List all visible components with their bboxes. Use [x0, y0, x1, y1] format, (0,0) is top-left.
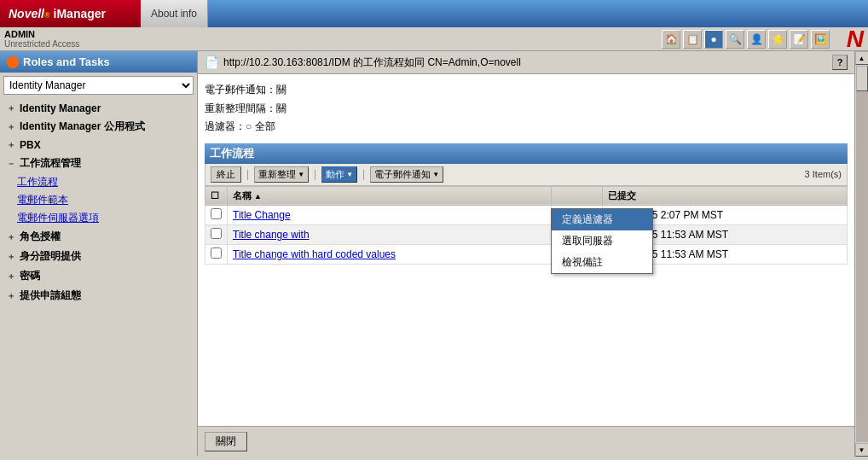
- item-count: 3 Item(s): [805, 169, 842, 179]
- admin-access: Unrestricted Access: [4, 39, 79, 49]
- row-name[interactable]: Title Change: [228, 205, 552, 224]
- row-checkbox[interactable]: [205, 205, 228, 224]
- email-notify-button[interactable]: 電子郵件通知 ▼: [370, 166, 443, 183]
- page-url-title: http://10.2.30.163:8081/IDM 的工作流程如同 CN=A…: [223, 55, 521, 70]
- toolbar-tasks[interactable]: 📋: [683, 30, 702, 49]
- separator-1: |: [246, 168, 249, 180]
- expand-icon: ＋: [7, 121, 15, 133]
- table-row: Title change with admin 8/17/05 11:53 AM…: [205, 224, 848, 244]
- expand-icon: ＋: [7, 251, 15, 263]
- roles-icon: [7, 56, 19, 68]
- workflow-toolbar: 終止 | 重新整理 ▼ | 動作 ▼ | 電子郵件通知: [205, 164, 848, 186]
- expand-icon: ＋: [7, 290, 15, 302]
- novell-n-logo: N: [847, 26, 864, 53]
- sidebar-subitem-workflow[interactable]: 工作流程: [0, 173, 197, 191]
- table-row: Title change with hard coded values admi…: [205, 244, 848, 264]
- separator-2: |: [314, 168, 316, 180]
- roles-tasks-label: Roles and Tasks: [23, 55, 110, 68]
- page-doc-icon: 📄: [205, 55, 219, 69]
- scroll-down-button[interactable]: ▼: [855, 443, 869, 457]
- row-checkbox[interactable]: [205, 244, 228, 264]
- sidebar-item-submit-group[interactable]: ＋ 提供申請組態: [0, 286, 197, 306]
- menu-item-filter[interactable]: 定義過濾器: [552, 209, 652, 230]
- email-notify-label: 電子郵件通知: [374, 168, 431, 181]
- expand-icon: －: [7, 158, 15, 170]
- help-button[interactable]: ?: [832, 55, 848, 70]
- sidebar-item-label: Identity Manager: [20, 102, 101, 114]
- toolbar-image[interactable]: 🖼️: [811, 30, 830, 49]
- col-name: 名稱 ▲: [228, 186, 552, 205]
- toolbar-search[interactable]: 🔍: [726, 30, 744, 49]
- sidebar-item-label: PBX: [20, 139, 41, 151]
- workflow-title: 工作流程: [210, 147, 254, 160]
- toolbar-active[interactable]: ●: [704, 30, 723, 49]
- sidebar-item-identity-proof[interactable]: ＋ 身分證明提供: [0, 247, 197, 266]
- menu-item-view[interactable]: 檢視備註: [552, 252, 652, 273]
- toolbar-user[interactable]: 👤: [747, 30, 766, 49]
- content-with-scroll: 📄 http://10.2.30.163:8081/IDM 的工作流程如同 CN…: [198, 51, 868, 457]
- action-dropdown-menu: 定義過濾器 選取同服器 檢視備註: [551, 208, 653, 274]
- sidebar: Roles and Tasks Identity Manager ＋ Ident…: [0, 51, 198, 457]
- action-button[interactable]: 動作 ▼: [321, 166, 357, 183]
- admin-bar: ADMIN Unrestricted Access 🏠 📋 ● 🔍 👤 ⭐ 📝 …: [0, 27, 868, 51]
- registered-mark: ®: [44, 11, 50, 20]
- sidebar-item-identity-manager[interactable]: ＋ Identity Manager: [0, 100, 197, 117]
- info-line-2: 重新整理間隔：關: [205, 100, 848, 119]
- scrollbar-track: [856, 66, 868, 442]
- info-line-3: 過濾器：○ 全部: [205, 118, 848, 137]
- sidebar-item-identity-manager-public[interactable]: ＋ Identity Manager 公用程式: [0, 117, 197, 137]
- workflow-section: 工作流程 終止 | 重新整理 ▼ | 動作 ▼: [205, 143, 848, 265]
- row-checkbox[interactable]: [205, 224, 228, 244]
- row-name[interactable]: Title change with hard coded values: [228, 244, 552, 264]
- sidebar-item-label: 身分證明提供: [20, 249, 81, 264]
- workflow-table: ☐ 名稱 ▲ 已提交 Title Change admin: [205, 186, 848, 265]
- roles-tasks-header: Roles and Tasks: [0, 51, 197, 73]
- sidebar-item-label: 密碼: [20, 269, 40, 283]
- scrollbar-thumb[interactable]: [856, 66, 868, 91]
- info-section: 電子郵件通知：關 重新整理間隔：關 過濾器：○ 全部: [205, 81, 848, 137]
- content-area: 📄 http://10.2.30.163:8081/IDM 的工作流程如同 CN…: [198, 51, 854, 457]
- reorganize-label: 重新整理: [258, 168, 296, 181]
- content-title: 📄 http://10.2.30.163:8081/IDM 的工作流程如同 CN…: [205, 55, 521, 70]
- toolbar-star[interactable]: ⭐: [768, 30, 787, 49]
- menu-item-server[interactable]: 選取同服器: [552, 230, 652, 252]
- sidebar-item-pbx[interactable]: ＋ PBX: [0, 137, 197, 154]
- content-header: 📄 http://10.2.30.163:8081/IDM 的工作流程如同 CN…: [198, 51, 854, 74]
- separator-3: |: [362, 168, 365, 180]
- sidebar-subitem-email-server[interactable]: 電郵件伺服器選項: [0, 209, 197, 227]
- toolbar-icons: 🏠 📋 ● 🔍 👤 ⭐ 📝 🖼️: [662, 30, 830, 49]
- novell-text: Novell: [9, 7, 44, 20]
- sidebar-item-label: Identity Manager 公用程式: [20, 119, 145, 134]
- stop-button[interactable]: 終止: [211, 166, 241, 183]
- table-row: Title Change admin 8/17/05 2:07 PM MST: [205, 205, 848, 224]
- sidebar-item-label: 角色授權: [20, 230, 61, 244]
- nav-section: ＋ Identity Manager ＋ Identity Manager 公用…: [0, 100, 197, 306]
- col-submitter: [552, 186, 603, 205]
- action-label: 動作: [326, 168, 344, 181]
- row-name[interactable]: Title change with: [228, 224, 552, 244]
- toolbar-home[interactable]: 🏠: [662, 30, 680, 49]
- sidebar-subitem-email-template[interactable]: 電郵件範本: [0, 191, 197, 209]
- main-layout: Roles and Tasks Identity Manager ＋ Ident…: [0, 51, 868, 457]
- sidebar-item-role-auth[interactable]: ＋ 角色授權: [0, 227, 197, 247]
- reorganize-button[interactable]: 重新整理 ▼: [254, 166, 309, 183]
- expand-icon: ＋: [7, 231, 15, 243]
- right-scrollbar: ▲ ▼: [854, 51, 868, 457]
- email-notify-arrow: ▼: [432, 171, 439, 178]
- col-checkbox: ☐: [205, 186, 228, 205]
- info-line-1: 電子郵件通知：關: [205, 81, 848, 100]
- toolbar-list[interactable]: 📝: [790, 30, 808, 49]
- about-tab[interactable]: About info: [141, 0, 208, 27]
- logo-area: Novell® iManager: [0, 0, 141, 27]
- col-submitted: 已提交: [603, 186, 848, 205]
- close-button[interactable]: 關閉: [205, 432, 247, 451]
- admin-info: ADMIN Unrestricted Access: [4, 29, 79, 49]
- scroll-up-button[interactable]: ▲: [855, 51, 869, 65]
- expand-icon: ＋: [7, 102, 15, 114]
- logo-text: Novell® iManager: [9, 7, 106, 20]
- expand-icon: ＋: [7, 271, 15, 282]
- sidebar-item-label: 工作流程管理: [20, 156, 81, 171]
- sidebar-item-workflow-mgmt[interactable]: － 工作流程管理: [0, 154, 197, 173]
- sidebar-item-password[interactable]: ＋ 密碼: [0, 266, 197, 286]
- identity-manager-select[interactable]: Identity Manager: [3, 76, 194, 95]
